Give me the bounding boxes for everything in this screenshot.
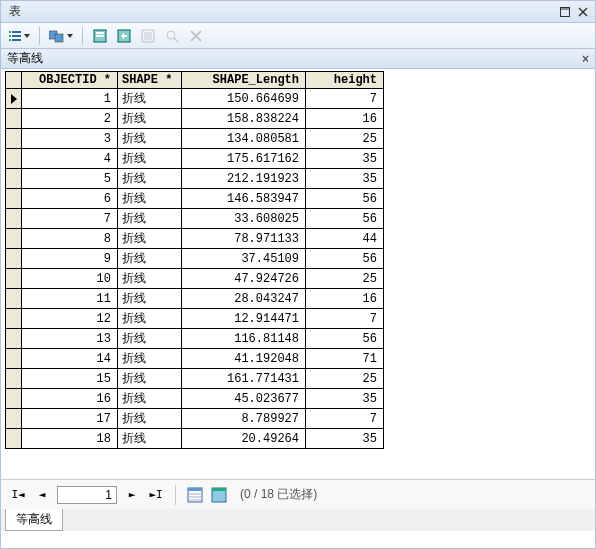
cell-shape[interactable]: 折线: [118, 389, 182, 409]
column-length[interactable]: SHAPE_Length: [182, 72, 306, 89]
cell-objectid[interactable]: 9: [22, 249, 118, 269]
cell-shape[interactable]: 折线: [118, 109, 182, 129]
row-selector[interactable]: [6, 409, 22, 429]
table-row[interactable]: 8折线78.97113344: [6, 229, 384, 249]
cell-objectid[interactable]: 4: [22, 149, 118, 169]
row-selector[interactable]: [6, 429, 22, 449]
cell-height[interactable]: 44: [306, 229, 384, 249]
cell-shape[interactable]: 折线: [118, 169, 182, 189]
tab-contour[interactable]: 等高线: [5, 509, 63, 531]
zoom-selection-button[interactable]: [161, 25, 183, 47]
cell-length[interactable]: 146.583947: [182, 189, 306, 209]
cell-shape[interactable]: 折线: [118, 189, 182, 209]
row-selector[interactable]: [6, 169, 22, 189]
cell-height[interactable]: 35: [306, 169, 384, 189]
cell-height[interactable]: 16: [306, 289, 384, 309]
cell-length[interactable]: 28.043247: [182, 289, 306, 309]
cell-height[interactable]: 25: [306, 269, 384, 289]
cell-shape[interactable]: 折线: [118, 229, 182, 249]
cell-objectid[interactable]: 2: [22, 109, 118, 129]
column-shape[interactable]: SHAPE *: [118, 72, 182, 89]
related-tables-button[interactable]: [46, 25, 76, 47]
table-row[interactable]: 18折线20.4926435: [6, 429, 384, 449]
cell-height[interactable]: 7: [306, 409, 384, 429]
cell-height[interactable]: 35: [306, 429, 384, 449]
table-row[interactable]: 14折线41.19204871: [6, 349, 384, 369]
row-selector[interactable]: [6, 89, 22, 109]
prev-record-button[interactable]: ◄: [33, 486, 51, 504]
cell-length[interactable]: 20.49264: [182, 429, 306, 449]
cell-shape[interactable]: 折线: [118, 209, 182, 229]
row-selector[interactable]: [6, 229, 22, 249]
first-record-button[interactable]: I◄: [9, 486, 27, 504]
switch-selection-button[interactable]: [113, 25, 135, 47]
show-selected-records-button[interactable]: [210, 486, 228, 504]
cell-height[interactable]: 35: [306, 149, 384, 169]
clear-selection-button[interactable]: [137, 25, 159, 47]
next-record-button[interactable]: ►: [123, 486, 141, 504]
row-selector[interactable]: [6, 209, 22, 229]
cell-objectid[interactable]: 7: [22, 209, 118, 229]
cell-objectid[interactable]: 10: [22, 269, 118, 289]
row-selector[interactable]: [6, 129, 22, 149]
cell-length[interactable]: 12.914471: [182, 309, 306, 329]
cell-objectid[interactable]: 1: [22, 89, 118, 109]
last-record-button[interactable]: ►I: [147, 486, 165, 504]
cell-length[interactable]: 161.771431: [182, 369, 306, 389]
row-selector[interactable]: [6, 389, 22, 409]
cell-shape[interactable]: 折线: [118, 269, 182, 289]
cell-height[interactable]: 35: [306, 389, 384, 409]
delete-selection-button[interactable]: [185, 25, 207, 47]
table-row[interactable]: 12折线12.9144717: [6, 309, 384, 329]
cell-objectid[interactable]: 13: [22, 329, 118, 349]
cell-shape[interactable]: 折线: [118, 429, 182, 449]
cell-length[interactable]: 45.023677: [182, 389, 306, 409]
cell-height[interactable]: 56: [306, 249, 384, 269]
cell-length[interactable]: 8.789927: [182, 409, 306, 429]
cell-height[interactable]: 16: [306, 109, 384, 129]
cell-height[interactable]: 25: [306, 129, 384, 149]
row-selector[interactable]: [6, 269, 22, 289]
cell-objectid[interactable]: 6: [22, 189, 118, 209]
cell-height[interactable]: 56: [306, 189, 384, 209]
table-row[interactable]: 15折线161.77143125: [6, 369, 384, 389]
cell-shape[interactable]: 折线: [118, 369, 182, 389]
cell-height[interactable]: 25: [306, 369, 384, 389]
cell-length[interactable]: 116.81148: [182, 329, 306, 349]
cell-shape[interactable]: 折线: [118, 149, 182, 169]
cell-objectid[interactable]: 17: [22, 409, 118, 429]
table-row[interactable]: 7折线33.60802556: [6, 209, 384, 229]
cell-shape[interactable]: 折线: [118, 289, 182, 309]
row-selector[interactable]: [6, 189, 22, 209]
cell-objectid[interactable]: 12: [22, 309, 118, 329]
select-by-attributes-button[interactable]: [89, 25, 111, 47]
cell-shape[interactable]: 折线: [118, 409, 182, 429]
row-selector[interactable]: [6, 289, 22, 309]
table-row[interactable]: 11折线28.04324716: [6, 289, 384, 309]
cell-shape[interactable]: 折线: [118, 129, 182, 149]
row-selector[interactable]: [6, 349, 22, 369]
cell-height[interactable]: 56: [306, 209, 384, 229]
table-row[interactable]: 3折线134.08058125: [6, 129, 384, 149]
close-button[interactable]: [575, 5, 591, 19]
cell-objectid[interactable]: 15: [22, 369, 118, 389]
row-selector[interactable]: [6, 249, 22, 269]
cell-length[interactable]: 37.45109: [182, 249, 306, 269]
row-selector[interactable]: [6, 309, 22, 329]
table-row[interactable]: 17折线8.7899277: [6, 409, 384, 429]
cell-length[interactable]: 212.191923: [182, 169, 306, 189]
table-row[interactable]: 10折线47.92472625: [6, 269, 384, 289]
cell-objectid[interactable]: 18: [22, 429, 118, 449]
cell-shape[interactable]: 折线: [118, 249, 182, 269]
cell-objectid[interactable]: 8: [22, 229, 118, 249]
cell-shape[interactable]: 折线: [118, 349, 182, 369]
cell-height[interactable]: 56: [306, 329, 384, 349]
table-row[interactable]: 2折线158.83822416: [6, 109, 384, 129]
table-row[interactable]: 13折线116.8114856: [6, 329, 384, 349]
cell-length[interactable]: 47.924726: [182, 269, 306, 289]
table-row[interactable]: 16折线45.02367735: [6, 389, 384, 409]
column-height[interactable]: height: [306, 72, 384, 89]
cell-length[interactable]: 134.080581: [182, 129, 306, 149]
cell-length[interactable]: 175.617162: [182, 149, 306, 169]
list-menu-button[interactable]: [5, 25, 33, 47]
